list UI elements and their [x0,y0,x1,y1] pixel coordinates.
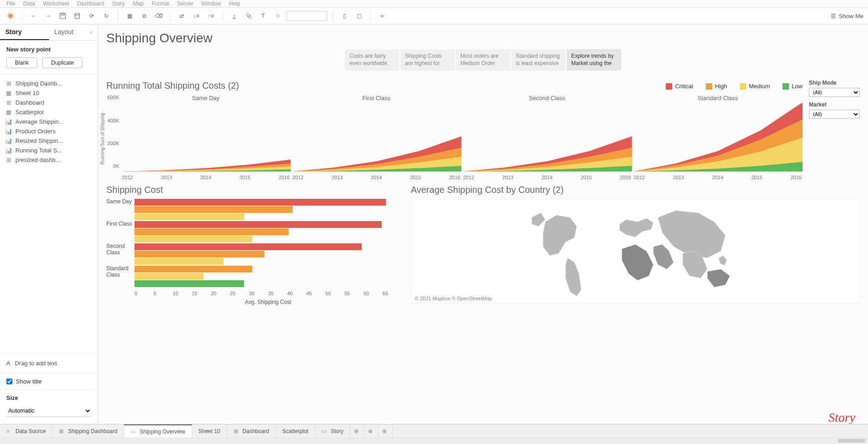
menu-map[interactable]: Map [133,0,144,7]
tab-layout[interactable]: Layout‹ [49,25,98,40]
sheet-tab-dashboard[interactable]: ⊞Dashboard [227,424,276,438]
refresh-icon[interactable]: ↻ [100,10,112,22]
tree-item[interactable]: 📊Average Shippin... [5,117,92,126]
clear-icon[interactable]: ⌫ [153,10,165,22]
menu-server[interactable]: Server [177,0,193,7]
caption-1[interactable]: Shipping Costs are highest for [400,49,455,71]
chart-icon: 📊 [5,138,12,144]
tree-item[interactable]: 📊Product Orders [5,126,92,136]
story-icon: ▭ [322,428,328,434]
autoupdate-icon[interactable]: ⟳ [86,10,98,22]
bar-medium[interactable] [135,213,244,220]
forward-icon[interactable]: → [42,10,54,22]
menu-story[interactable]: Story [112,0,125,7]
save-icon[interactable] [57,10,69,22]
caption-3[interactable]: Standard shipping is least expensive [511,49,566,71]
sheet-tab-data-source[interactable]: ⌗Data Source [0,424,53,438]
map-view[interactable]: © 2021 Mapbox © OpenStreetMap [411,199,860,303]
menu-help[interactable]: Help [229,0,240,7]
presentation-icon[interactable]: ▢ [353,10,365,22]
app-menubar: File Data Worksheet Dashboard Story Map … [0,0,868,7]
legend-high[interactable]: High [706,83,727,90]
sort-desc-icon[interactable]: ↑≡ [205,10,217,22]
svg-rect-1 [61,13,64,15]
new-dashboard-button[interactable]: ⊕ [364,424,379,438]
size-select[interactable]: Automatic [6,405,91,417]
filter-market-select[interactable]: (All) [809,110,860,119]
tree-item[interactable]: 📊Resized Shippin... [5,136,92,146]
bar-medium[interactable] [135,273,204,280]
show-title-checkbox[interactable] [6,378,12,384]
world-map-svg [411,199,859,303]
new-point-label: New story point [6,46,91,53]
tab-story[interactable]: Story [0,25,49,40]
menu-file[interactable]: File [6,0,15,7]
duplicate-button[interactable]: Duplicate [42,57,82,68]
dashboard-icon: ⊞ [59,428,65,434]
tableau-logo-icon[interactable] [5,10,16,22]
bar-medium[interactable] [135,258,224,265]
label-icon[interactable]: T [257,10,269,22]
svg-rect-0 [60,13,65,19]
bar-critical[interactable] [135,221,382,228]
bar-high[interactable] [135,251,264,257]
new-story-button[interactable]: ⊕ [379,424,393,438]
menu-data[interactable]: Data [23,0,35,7]
sort-asc-icon[interactable]: ↓≡ [190,10,202,22]
attach-icon[interactable]: 📎 [243,10,254,22]
story-sidebar: Story Layout‹ New story point Blank Dupl… [0,25,98,424]
fit-icon[interactable]: ▯ [339,10,350,22]
tree-item[interactable]: ▦Sheet 10 [5,88,92,98]
bar-x-label: Avg. Shipping Cost [135,299,402,305]
caption-4[interactable]: Explore trends by Market using the [567,49,621,71]
area-y-axis: Running Sum of Shipping . 600K400K200K0K [106,95,121,180]
pin-icon[interactable]: ☆ [272,10,284,22]
bar-high[interactable] [135,228,289,235]
show-me-button[interactable]: ☰ Show Me [831,13,863,20]
duplicate-icon[interactable]: ⧉ [138,10,150,22]
bar-high[interactable] [135,206,293,213]
tree-item[interactable]: 📊Running Total S... [5,146,92,155]
legend-medium[interactable]: Medium [740,83,770,90]
tree-item[interactable]: ⊞Dashboard [5,98,92,107]
legend-critical[interactable]: Critical [666,83,693,90]
caption-nav: Costs are fairly even worldwide:Shipping… [106,49,860,71]
sheet-tab-shipping-dashboard[interactable]: ⊞Shipping Dashboard [53,424,125,438]
caption-0[interactable]: Costs are fairly even worldwide: [345,49,399,71]
menu-format[interactable]: Format [152,0,169,7]
back-icon[interactable]: ← [28,10,40,22]
highlight-icon[interactable]: ⎀ [228,10,240,22]
sheet-tab-scatterplot[interactable]: Scatterplot [276,424,315,438]
menu-worksheet[interactable]: Worksheet [43,0,69,7]
filter-shipmode-select[interactable]: (All) [809,88,860,97]
bar-critical[interactable] [135,243,362,250]
facet-second-class: Second Class20122013201420152016 [462,95,632,180]
caption-2[interactable]: Most orders are Medium Order [456,49,510,71]
share-icon[interactable]: ∝ [376,10,388,22]
tree-item[interactable]: ⊞presized dashb... [5,155,92,165]
map-title: Average Shipping Cost by Country (2) [411,185,860,195]
new-datasource-icon[interactable] [71,10,83,22]
bar-low[interactable] [135,280,244,287]
blank-button[interactable]: Blank [6,57,37,68]
sheet-tab-sheet-10[interactable]: Sheet 10 [192,424,227,438]
menu-window[interactable]: Window [201,0,221,7]
running-total-title: Running Total Shipping Costs (2) [106,81,239,91]
tree-item[interactable]: ▦Scatterplot [5,107,92,117]
toolbar-search-input[interactable] [286,11,327,21]
filter-shipmode-label: Ship Mode [809,80,860,86]
legend-low[interactable]: Low [783,83,803,90]
bar-critical[interactable] [135,199,386,206]
sheet-tab-story[interactable]: ▭Story [315,424,350,438]
menu-dashboard[interactable]: Dashboard [77,0,104,7]
tree-item[interactable]: ⊞Shipping Dashb... [5,79,92,88]
new-sheet-button[interactable]: ⊕ [350,424,364,438]
story-watermark: Story [828,410,855,424]
bar-medium[interactable] [135,236,252,242]
new-worksheet-icon[interactable]: ▦ [124,10,135,22]
sheet-tab-shipping-overview[interactable]: ▭Shipping Overview [124,424,192,438]
dashboard-title: Shipping Overview [106,25,860,49]
swap-icon[interactable]: ⇄ [176,10,188,22]
drag-text-hint[interactable]: A Drag to add text [0,353,98,373]
bar-high[interactable] [135,266,252,272]
